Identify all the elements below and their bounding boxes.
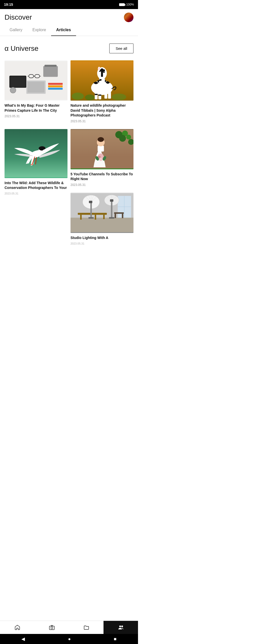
svg-rect-2 xyxy=(10,76,26,87)
app-title: Discover xyxy=(5,13,32,21)
article-date-3: 2023.05.31 xyxy=(5,192,67,195)
tab-articles[interactable]: Articles xyxy=(51,24,76,36)
svg-rect-85 xyxy=(111,200,113,218)
svg-rect-67 xyxy=(78,213,107,215)
article-image-2 xyxy=(71,60,133,101)
article-date-4: 2023.05.31 xyxy=(71,183,133,187)
svg-point-50 xyxy=(126,135,131,139)
svg-rect-14 xyxy=(48,85,63,87)
svg-rect-9 xyxy=(45,65,57,67)
article-date-1: 2023.05.31 xyxy=(5,114,67,118)
svg-point-49 xyxy=(119,135,126,142)
svg-rect-68 xyxy=(80,215,82,220)
svg-rect-91 xyxy=(122,214,123,218)
svg-point-55 xyxy=(99,138,103,141)
battery-icon xyxy=(119,3,125,6)
article-title-5: Studio Lighting With A xyxy=(71,235,133,240)
svg-rect-13 xyxy=(48,83,63,85)
right-column-articles: 5 YouTube Channels To Subscribe To Right… xyxy=(69,127,135,249)
svg-rect-69 xyxy=(95,215,96,220)
svg-rect-78 xyxy=(90,202,92,218)
app-header: Discover xyxy=(0,9,138,24)
svg-rect-12 xyxy=(27,82,44,93)
svg-point-19 xyxy=(85,95,95,100)
svg-rect-8 xyxy=(43,66,58,77)
svg-rect-52 xyxy=(98,145,104,151)
article-image-5 xyxy=(71,193,133,233)
svg-rect-86 xyxy=(109,217,114,219)
article-title-1: What's In My Bag: Four G Master Primes C… xyxy=(5,103,67,113)
article-card-2[interactable]: Nature and wildlife photographer David T… xyxy=(69,58,135,127)
svg-rect-70 xyxy=(103,215,105,219)
svg-rect-88 xyxy=(110,199,113,202)
article-title-2: Nature and wildlife photographer David T… xyxy=(71,103,133,118)
svg-rect-15 xyxy=(48,88,63,90)
article-card-4[interactable]: 5 YouTube Channels To Subscribe To Right… xyxy=(69,127,135,191)
article-image-4 xyxy=(71,129,133,169)
tabs-container: Gallery Explore Articles xyxy=(0,24,138,36)
article-title-3: Into The Wild: Add These Wildlife & Cons… xyxy=(5,181,67,190)
svg-point-28 xyxy=(98,67,100,70)
svg-rect-30 xyxy=(98,93,101,99)
svg-point-59 xyxy=(99,157,102,161)
status-right: 100% xyxy=(119,3,134,6)
tab-explore[interactable]: Explore xyxy=(27,24,51,36)
svg-rect-29 xyxy=(95,93,98,99)
svg-rect-34 xyxy=(98,95,101,96)
svg-rect-32 xyxy=(108,91,111,99)
article-card-3[interactable]: Into The Wild: Add These Wildlife & Cons… xyxy=(3,127,69,249)
svg-rect-79 xyxy=(88,217,94,219)
battery-percentage: 100% xyxy=(126,3,134,6)
svg-rect-31 xyxy=(105,93,108,99)
svg-rect-87 xyxy=(89,201,92,203)
article-image-1 xyxy=(5,60,67,101)
articles-grid: What's In My Bag: Four G Master Primes C… xyxy=(0,58,138,249)
svg-rect-33 xyxy=(95,94,98,95)
status-bar: 19:15 100% xyxy=(0,0,138,9)
svg-point-20 xyxy=(112,94,126,100)
status-time: 19:15 xyxy=(4,3,13,7)
section-header: α Universe See all xyxy=(0,36,138,58)
svg-rect-89 xyxy=(114,212,124,214)
article-image-3 xyxy=(5,129,67,178)
svg-point-25 xyxy=(104,71,105,72)
svg-point-18 xyxy=(72,93,84,100)
article-date-5: 2023.05.31 xyxy=(71,242,133,245)
section-title: α Universe xyxy=(5,45,38,53)
svg-rect-63 xyxy=(71,218,133,232)
article-card-1[interactable]: What's In My Bag: Four G Master Primes C… xyxy=(3,58,69,127)
article-title-4: 5 YouTube Channels To Subscribe To Right… xyxy=(71,172,133,182)
svg-rect-26 xyxy=(101,68,103,77)
avatar[interactable] xyxy=(124,13,133,22)
article-date-2: 2023.05.31 xyxy=(71,119,133,123)
article-card-5[interactable]: Studio Lighting With A 2023.05.31 xyxy=(69,191,135,249)
tab-gallery[interactable]: Gallery xyxy=(5,24,27,36)
see-all-button[interactable]: See all xyxy=(109,44,133,53)
svg-rect-90 xyxy=(115,214,116,218)
svg-point-10 xyxy=(10,87,16,93)
